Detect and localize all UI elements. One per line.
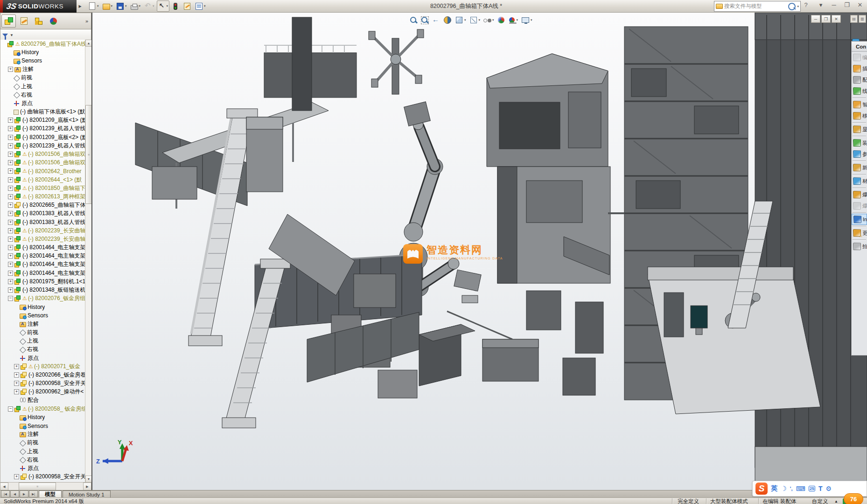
dropdown-caret-icon[interactable]: ▾ bbox=[464, 18, 466, 22]
tree-item[interactable]: −⚠(-) 82002076_钣金房组 bbox=[0, 294, 91, 303]
instant3d-button[interactable]: In bbox=[852, 214, 867, 225]
expander-icon[interactable]: + bbox=[8, 177, 13, 182]
search-icon[interactable] bbox=[788, 3, 796, 10]
scroll-up-icon[interactable]: ▲ bbox=[85, 40, 92, 47]
tree-item[interactable]: 前视 bbox=[0, 439, 91, 447]
tab-configuration-manager[interactable] bbox=[31, 14, 46, 28]
options-button[interactable]: ▾ bbox=[194, 0, 207, 12]
first-tab-icon[interactable]: |◀ bbox=[1, 490, 10, 497]
tree-item[interactable]: ⚠82002796_曲轴箱下体A线 bbox=[0, 40, 91, 48]
expander-icon[interactable]: + bbox=[8, 237, 13, 242]
expander-icon[interactable]: + bbox=[8, 253, 13, 259]
tree-item[interactable]: −⚠(-) 82002058_ 钣金房组 bbox=[0, 405, 91, 413]
tree-item[interactable]: +⚠(-) 82002071_钣金 bbox=[0, 362, 91, 371]
tree-item[interactable]: +⚠(-) 82001506_曲轴箱双 bbox=[0, 150, 91, 158]
custom-caret-icon[interactable]: ▲ bbox=[834, 498, 838, 504]
prev-tab-icon[interactable]: ◀ bbox=[10, 490, 19, 497]
tree-item[interactable]: +(-) 82001464_电主轴支架 bbox=[0, 260, 91, 269]
tree-item[interactable]: +(-) 82001239_机器人管线 bbox=[0, 141, 91, 150]
tree-item[interactable]: +(-) 82001383_机器人管线 bbox=[0, 218, 91, 226]
tree-item[interactable]: +(-) 82002066_钣金房卷 bbox=[0, 371, 91, 379]
explode-line-sketch-button[interactable]: 爆 bbox=[852, 200, 867, 211]
tree-vertical-scrollbar[interactable]: ▲ ≡ ▼ bbox=[85, 40, 91, 483]
print-button[interactable]: ▾ bbox=[129, 0, 142, 12]
tree-item[interactable]: 右视 bbox=[0, 345, 91, 354]
expander-icon[interactable]: + bbox=[8, 203, 13, 208]
linear-component-pattern-button[interactable]: 线 bbox=[852, 85, 867, 97]
expander-icon[interactable]: + bbox=[8, 135, 13, 140]
expander-icon[interactable]: + bbox=[8, 67, 13, 72]
previous-view-button[interactable] bbox=[431, 15, 441, 25]
pane-splitter[interactable] bbox=[91, 13, 92, 490]
tree-item[interactable]: +(-) 82001464_电主轴支架 bbox=[0, 269, 91, 277]
edit-component-button[interactable]: 编 bbox=[852, 52, 867, 63]
expander-icon[interactable]: + bbox=[8, 279, 13, 284]
undo-button[interactable]: ▾ bbox=[143, 0, 156, 12]
restore-button[interactable]: ❐ bbox=[842, 1, 852, 8]
expander-icon[interactable]: + bbox=[8, 228, 13, 233]
tree-item[interactable]: 注解 bbox=[0, 320, 91, 328]
expander-icon[interactable]: + bbox=[8, 152, 13, 157]
tree-item[interactable]: 原点 bbox=[0, 354, 91, 362]
search-box[interactable]: 搜索文件与模型 ▾ bbox=[714, 1, 801, 12]
tree-item[interactable]: +⚠(-) 82002642_Brother bbox=[0, 167, 91, 175]
file-properties-button[interactable] bbox=[182, 0, 193, 12]
tree-item[interactable]: +⚠(-) 82002644_<1> (默 bbox=[0, 175, 91, 184]
scroll-right-icon[interactable]: ▶ bbox=[83, 483, 91, 490]
expander-icon[interactable]: + bbox=[8, 245, 13, 250]
close-button[interactable]: ✕ bbox=[855, 1, 865, 8]
insert-components-button[interactable]: 插 bbox=[852, 63, 867, 74]
scroll-down-icon[interactable]: ▼ bbox=[85, 476, 92, 483]
tree-item[interactable]: +(-) 82001464_电主轴支架 bbox=[0, 244, 91, 252]
take-snapshot-button[interactable]: 拍 bbox=[852, 241, 867, 252]
rebuild-button[interactable] bbox=[170, 0, 181, 12]
tree-item[interactable]: 上视 bbox=[0, 447, 91, 455]
expander-icon[interactable]: + bbox=[8, 287, 13, 293]
dropdown-caret-icon[interactable]: ▾ bbox=[492, 18, 494, 22]
expander-icon[interactable]: + bbox=[14, 381, 19, 386]
tree-item[interactable]: +⚠(-) 82001850_曲轴箱下 bbox=[0, 184, 91, 192]
help-caret-icon[interactable]: ▾ bbox=[816, 1, 826, 8]
tree-item[interactable]: 原点 bbox=[0, 99, 91, 107]
show-hidden-components-button[interactable]: 显 bbox=[852, 124, 867, 135]
view-orientation-button[interactable]: ▾ bbox=[454, 15, 467, 25]
last-tab-icon[interactable]: ▶| bbox=[29, 490, 38, 497]
tree-item[interactable]: +(-) 82000958_安全开关 bbox=[0, 379, 91, 388]
tree-item[interactable]: History bbox=[0, 413, 91, 421]
tree-item[interactable]: 上视 bbox=[0, 337, 91, 345]
punctuation-icon[interactable]: ’, bbox=[790, 486, 793, 491]
tree-item[interactable]: +(-) 82001383_机器人管线 bbox=[0, 210, 91, 218]
status-custom[interactable]: 自定义 bbox=[812, 498, 828, 504]
tree-item[interactable]: 配合 bbox=[0, 396, 91, 405]
minimize-button[interactable]: ─ bbox=[829, 1, 839, 8]
doc-minimize-button[interactable]: ─ bbox=[811, 15, 820, 23]
tree-item[interactable]: 上视 bbox=[0, 82, 91, 91]
expander-icon[interactable]: + bbox=[8, 194, 13, 199]
smart-fasteners-button[interactable]: 智 bbox=[852, 99, 867, 110]
tree-item[interactable]: Sensors bbox=[0, 421, 91, 430]
expander-icon[interactable]: + bbox=[8, 126, 13, 131]
feature-tree[interactable]: ⚠82002796_曲轴箱下体A线HistorySensors+注解前视上视右视… bbox=[0, 40, 91, 483]
reference-geometry-button[interactable]: 参 bbox=[852, 148, 867, 160]
expander-icon[interactable]: + bbox=[8, 262, 13, 267]
search-input[interactable]: 搜索文件与模型 bbox=[724, 3, 788, 10]
tree-item[interactable]: +⚠(-) 82002239_长安曲轴 bbox=[0, 235, 91, 243]
tree-item[interactable]: 注解 bbox=[0, 430, 91, 439]
tree-item[interactable]: +(-) 82000962_操动件< bbox=[0, 388, 91, 396]
tab-display-manager[interactable] bbox=[46, 14, 61, 28]
tree-item[interactable]: +⚠(-) 82002613_两种框架 bbox=[0, 192, 91, 201]
move-component-button[interactable]: 移 bbox=[852, 110, 867, 121]
tree-item[interactable]: 前视 bbox=[0, 328, 91, 336]
expander-icon[interactable]: + bbox=[8, 271, 13, 276]
toolbar-expand-arrow[interactable]: ▶ bbox=[77, 2, 83, 10]
tree-item[interactable]: +(-) 82001975_翻转机.1<1 bbox=[0, 277, 91, 286]
section-view-button[interactable] bbox=[442, 15, 453, 25]
search-caret-icon[interactable]: ▾ bbox=[797, 5, 799, 8]
tree-item[interactable]: History bbox=[0, 303, 91, 311]
tab-property-manager[interactable] bbox=[16, 14, 31, 28]
tree-item[interactable]: +(-) 82001209_底板<2> (默 bbox=[0, 133, 91, 141]
expander-icon[interactable]: + bbox=[14, 389, 19, 394]
moon-icon[interactable]: ☽ bbox=[781, 485, 787, 492]
update-button[interactable]: ⚠更 bbox=[852, 227, 867, 238]
sogou-icon[interactable]: S bbox=[755, 483, 768, 495]
